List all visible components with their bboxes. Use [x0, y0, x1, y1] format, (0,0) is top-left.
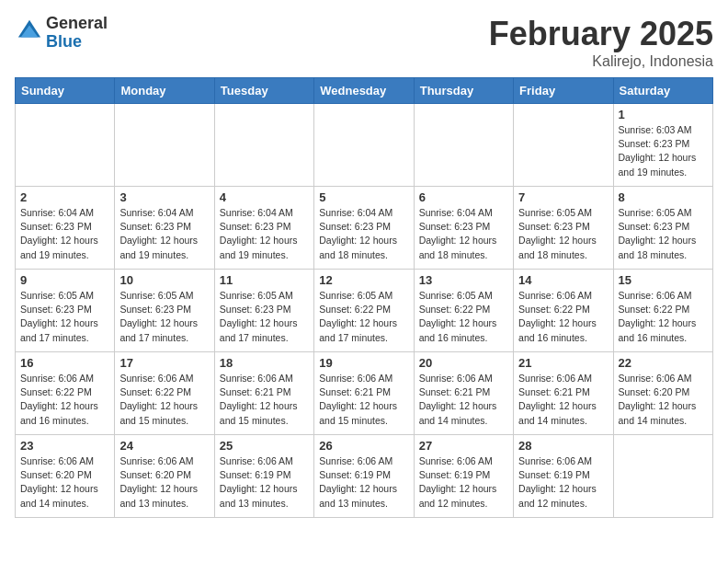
- calendar-cell: 17Sunrise: 6:06 AMSunset: 6:22 PMDayligh…: [115, 352, 214, 435]
- day-number: 14: [518, 273, 608, 287]
- day-number: 15: [619, 273, 708, 287]
- day-number: 23: [20, 439, 109, 453]
- logo-general-text: General: [46, 14, 108, 32]
- day-info: Sunrise: 6:05 AMSunset: 6:23 PMDaylight:…: [119, 289, 209, 345]
- day-number: 7: [518, 190, 608, 204]
- calendar-cell: [115, 104, 214, 187]
- column-header-tuesday: Tuesday: [214, 78, 313, 104]
- calendar-cell: 9Sunrise: 6:05 AMSunset: 6:23 PMDaylight…: [16, 270, 115, 352]
- calendar-cell: 11Sunrise: 6:05 AMSunset: 6:23 PMDayligh…: [214, 270, 313, 352]
- day-info: Sunrise: 6:05 AMSunset: 6:23 PMDaylight:…: [20, 289, 109, 345]
- calendar-cell: 26Sunrise: 6:06 AMSunset: 6:19 PMDayligh…: [314, 435, 414, 518]
- day-info: Sunrise: 6:04 AMSunset: 6:23 PMDaylight:…: [319, 206, 408, 262]
- day-info: Sunrise: 6:05 AMSunset: 6:23 PMDaylight:…: [220, 289, 309, 345]
- column-header-saturday: Saturday: [613, 78, 712, 104]
- calendar-cell: 28Sunrise: 6:06 AMSunset: 6:19 PMDayligh…: [514, 435, 613, 518]
- day-info: Sunrise: 6:03 AMSunset: 6:23 PMDaylight:…: [619, 123, 708, 179]
- day-number: 10: [119, 273, 209, 287]
- calendar-cell: 3Sunrise: 6:04 AMSunset: 6:23 PMDaylight…: [115, 187, 214, 270]
- day-number: 3: [119, 190, 209, 204]
- calendar-cell: [16, 104, 115, 187]
- logo-blue-text: Blue: [46, 32, 82, 51]
- day-number: 4: [220, 190, 309, 204]
- day-info: Sunrise: 6:06 AMSunset: 6:20 PMDaylight:…: [619, 372, 708, 428]
- day-info: Sunrise: 6:04 AMSunset: 6:23 PMDaylight:…: [20, 206, 109, 262]
- calendar-cell: 21Sunrise: 6:06 AMSunset: 6:21 PMDayligh…: [514, 352, 613, 435]
- day-info: Sunrise: 6:05 AMSunset: 6:23 PMDaylight:…: [619, 206, 708, 262]
- calendar-cell: 2Sunrise: 6:04 AMSunset: 6:23 PMDaylight…: [16, 187, 115, 270]
- calendar-cell: [613, 435, 712, 518]
- calendar-cell: 1Sunrise: 6:03 AMSunset: 6:23 PMDaylight…: [613, 104, 712, 187]
- calendar-cell: 27Sunrise: 6:06 AMSunset: 6:19 PMDayligh…: [414, 435, 513, 518]
- day-info: Sunrise: 6:06 AMSunset: 6:22 PMDaylight:…: [518, 289, 608, 345]
- calendar-cell: 18Sunrise: 6:06 AMSunset: 6:21 PMDayligh…: [214, 352, 313, 435]
- page-header: General Blue February 2025 Kalirejo, Ind…: [15, 15, 713, 70]
- day-number: 1: [619, 108, 708, 121]
- day-number: 22: [619, 356, 708, 370]
- calendar-cell: 13Sunrise: 6:05 AMSunset: 6:22 PMDayligh…: [414, 270, 513, 352]
- day-number: 16: [20, 356, 109, 370]
- month-title: February 2025: [489, 15, 713, 53]
- logo-icon: [17, 18, 42, 44]
- calendar-table: SundayMondayTuesdayWednesdayThursdayFrid…: [15, 77, 713, 518]
- column-header-friday: Friday: [514, 78, 613, 104]
- day-number: 5: [319, 190, 408, 204]
- day-number: 24: [119, 439, 209, 453]
- day-number: 21: [518, 356, 608, 370]
- logo: General Blue: [15, 15, 108, 52]
- column-header-sunday: Sunday: [16, 78, 115, 104]
- calendar-header-row: SundayMondayTuesdayWednesdayThursdayFrid…: [16, 78, 713, 104]
- day-info: Sunrise: 6:06 AMSunset: 6:20 PMDaylight:…: [20, 454, 109, 511]
- day-info: Sunrise: 6:06 AMSunset: 6:20 PMDaylight:…: [119, 454, 209, 511]
- column-header-thursday: Thursday: [414, 78, 513, 104]
- week-row-1: 1Sunrise: 6:03 AMSunset: 6:23 PMDaylight…: [16, 104, 713, 187]
- day-number: 19: [319, 356, 408, 370]
- calendar-cell: 6Sunrise: 6:04 AMSunset: 6:23 PMDaylight…: [414, 187, 513, 270]
- calendar-cell: 19Sunrise: 6:06 AMSunset: 6:21 PMDayligh…: [314, 352, 414, 435]
- calendar-cell: 20Sunrise: 6:06 AMSunset: 6:21 PMDayligh…: [414, 352, 513, 435]
- day-info: Sunrise: 6:06 AMSunset: 6:22 PMDaylight:…: [619, 289, 708, 345]
- week-row-5: 23Sunrise: 6:06 AMSunset: 6:20 PMDayligh…: [16, 435, 713, 518]
- calendar-cell: 8Sunrise: 6:05 AMSunset: 6:23 PMDaylight…: [613, 187, 712, 270]
- day-info: Sunrise: 6:04 AMSunset: 6:23 PMDaylight:…: [419, 206, 508, 262]
- day-number: 6: [419, 190, 508, 204]
- calendar-cell: 10Sunrise: 6:05 AMSunset: 6:23 PMDayligh…: [115, 270, 214, 352]
- calendar-cell: [414, 104, 513, 187]
- column-header-monday: Monday: [115, 78, 214, 104]
- calendar-cell: [214, 104, 313, 187]
- day-info: Sunrise: 6:06 AMSunset: 6:21 PMDaylight:…: [518, 372, 608, 428]
- calendar-cell: 23Sunrise: 6:06 AMSunset: 6:20 PMDayligh…: [16, 435, 115, 518]
- day-info: Sunrise: 6:06 AMSunset: 6:19 PMDaylight:…: [220, 454, 309, 511]
- column-header-wednesday: Wednesday: [314, 78, 414, 104]
- day-info: Sunrise: 6:06 AMSunset: 6:21 PMDaylight:…: [419, 372, 508, 428]
- day-number: 13: [419, 273, 508, 287]
- day-info: Sunrise: 6:04 AMSunset: 6:23 PMDaylight:…: [119, 206, 209, 262]
- day-number: 27: [419, 439, 508, 453]
- calendar-cell: 25Sunrise: 6:06 AMSunset: 6:19 PMDayligh…: [214, 435, 313, 518]
- calendar-cell: 22Sunrise: 6:06 AMSunset: 6:20 PMDayligh…: [613, 352, 712, 435]
- day-info: Sunrise: 6:06 AMSunset: 6:21 PMDaylight:…: [220, 372, 309, 428]
- calendar-cell: 14Sunrise: 6:06 AMSunset: 6:22 PMDayligh…: [514, 270, 613, 352]
- calendar-cell: [514, 104, 613, 187]
- day-info: Sunrise: 6:04 AMSunset: 6:23 PMDaylight:…: [220, 206, 309, 262]
- day-info: Sunrise: 6:06 AMSunset: 6:19 PMDaylight:…: [319, 454, 408, 511]
- calendar-cell: 7Sunrise: 6:05 AMSunset: 6:23 PMDaylight…: [514, 187, 613, 270]
- calendar-cell: [314, 104, 414, 187]
- title-block: February 2025 Kalirejo, Indonesia: [489, 15, 713, 70]
- location-subtitle: Kalirejo, Indonesia: [489, 53, 713, 70]
- week-row-3: 9Sunrise: 6:05 AMSunset: 6:23 PMDaylight…: [16, 270, 713, 352]
- day-number: 2: [20, 190, 109, 204]
- week-row-4: 16Sunrise: 6:06 AMSunset: 6:22 PMDayligh…: [16, 352, 713, 435]
- calendar-cell: 12Sunrise: 6:05 AMSunset: 6:22 PMDayligh…: [314, 270, 414, 352]
- day-number: 11: [220, 273, 309, 287]
- day-number: 25: [220, 439, 309, 453]
- day-number: 28: [518, 439, 608, 453]
- day-number: 17: [119, 356, 209, 370]
- day-number: 18: [220, 356, 309, 370]
- day-info: Sunrise: 6:05 AMSunset: 6:22 PMDaylight:…: [319, 289, 408, 345]
- day-info: Sunrise: 6:06 AMSunset: 6:22 PMDaylight:…: [119, 372, 209, 428]
- day-number: 20: [419, 356, 508, 370]
- day-info: Sunrise: 6:06 AMSunset: 6:21 PMDaylight:…: [319, 372, 408, 428]
- day-number: 26: [319, 439, 408, 453]
- calendar-cell: 16Sunrise: 6:06 AMSunset: 6:22 PMDayligh…: [16, 352, 115, 435]
